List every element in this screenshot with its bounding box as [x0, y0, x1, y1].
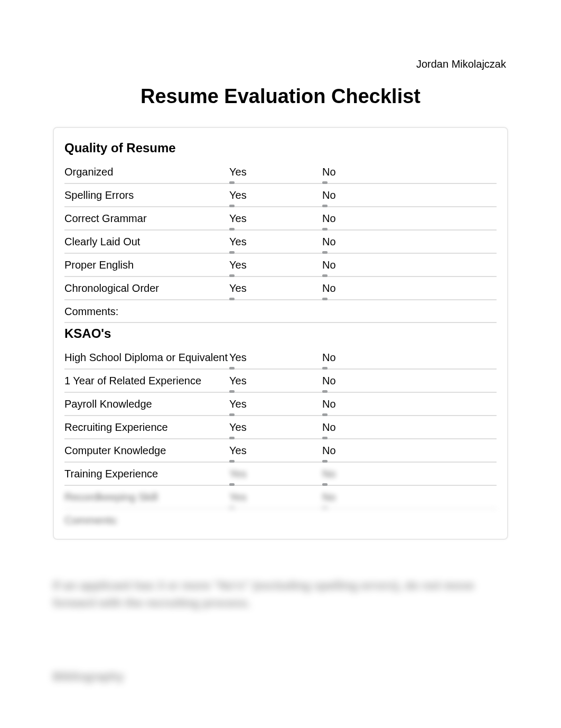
- bibliography-label: Bibliography: [53, 670, 508, 684]
- footer-note-line2: forward with the recruiting process.: [53, 596, 250, 610]
- yes-cell: Yes: [229, 421, 322, 434]
- comments-label: Comments:: [64, 306, 229, 318]
- yes-cell: Yes: [229, 189, 322, 201]
- footer-note-line1: If an applicant has 3 or more "No's" (ex…: [53, 579, 474, 592]
- no-cell: No: [322, 398, 497, 410]
- yes-cell: Yes: [229, 213, 322, 225]
- no-cell: No: [322, 213, 497, 225]
- criterion-label: Recordkeeping Skill: [64, 491, 229, 503]
- no-cell: No: [322, 375, 497, 387]
- criterion-label: Clearly Laid Out: [64, 236, 229, 248]
- table-row: 1 Year of Related Experience Yes No: [64, 370, 497, 393]
- yes-cell: Yes: [229, 398, 322, 410]
- criterion-label: Proper English: [64, 259, 229, 271]
- yes-cell: Yes: [229, 468, 322, 480]
- yes-cell: Yes: [229, 352, 322, 364]
- criterion-label: Training Experience: [64, 468, 229, 480]
- table-row: High School Diploma or Equivalent Yes No: [64, 346, 497, 370]
- table-row: Clearly Laid Out Yes No: [64, 231, 497, 254]
- criterion-label: Recruiting Experience: [64, 421, 229, 434]
- section-heading-quality: Quality of Resume: [64, 141, 497, 155]
- table-row: Recruiting Experience Yes No: [64, 416, 497, 439]
- footer-note: If an applicant has 3 or more "No's" (ex…: [53, 577, 508, 612]
- table-row: Payroll Knowledge Yes No: [64, 393, 497, 416]
- table-row: Correct Grammar Yes No: [64, 207, 497, 231]
- yes-cell: Yes: [229, 445, 322, 457]
- criterion-label: Correct Grammar: [64, 213, 229, 225]
- comments-label: Comments:: [64, 514, 229, 527]
- no-cell: No: [322, 259, 497, 271]
- no-cell: No: [322, 189, 497, 201]
- yes-cell: Yes: [229, 236, 322, 248]
- section-heading-ksao: KSAO's: [64, 326, 497, 341]
- comments-row: Comments:: [64, 300, 497, 323]
- page-title: Resume Evaluation Checklist: [53, 85, 508, 108]
- no-cell: No: [322, 445, 497, 457]
- criterion-label: Spelling Errors: [64, 189, 229, 201]
- no-cell: No: [322, 421, 497, 434]
- yes-cell: Yes: [229, 491, 322, 503]
- no-cell: No: [322, 282, 497, 294]
- checklist-card: Quality of Resume Organized Yes No Spell…: [53, 127, 508, 540]
- criterion-label: Organized: [64, 166, 229, 178]
- criterion-label: Computer Knowledge: [64, 445, 229, 457]
- table-row: Proper English Yes No: [64, 254, 497, 277]
- no-cell: No: [322, 236, 497, 248]
- criterion-label: Chronological Order: [64, 282, 229, 294]
- table-row: Recordkeeping Skill Yes No: [64, 486, 497, 509]
- table-row: Training Experience Yes No: [64, 463, 497, 486]
- criterion-label: Payroll Knowledge: [64, 398, 229, 410]
- yes-cell: Yes: [229, 282, 322, 294]
- yes-cell: Yes: [229, 166, 322, 178]
- author-name: Jordan Mikolajczak: [53, 58, 508, 70]
- no-cell: No: [322, 491, 497, 503]
- table-row: Spelling Errors Yes No: [64, 184, 497, 207]
- criterion-label: High School Diploma or Equivalent: [64, 352, 229, 364]
- no-cell: No: [322, 352, 497, 364]
- no-cell: No: [322, 468, 497, 480]
- comments-row: Comments:: [64, 509, 497, 531]
- criterion-label: 1 Year of Related Experience: [64, 375, 229, 387]
- yes-cell: Yes: [229, 375, 322, 387]
- yes-cell: Yes: [229, 259, 322, 271]
- table-row: Computer Knowledge Yes No: [64, 439, 497, 463]
- no-cell: No: [322, 166, 497, 178]
- table-row: Organized Yes No: [64, 161, 497, 184]
- table-row: Chronological Order Yes No: [64, 277, 497, 300]
